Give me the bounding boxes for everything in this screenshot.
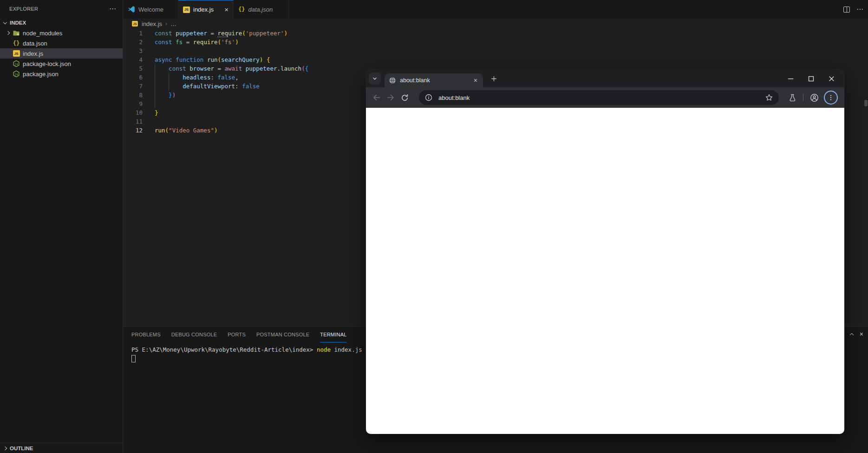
split-editor-icon[interactable]	[843, 7, 850, 13]
line-text	[143, 99, 155, 108]
line-text: const puppeteer = require('puppeteer')	[143, 29, 287, 38]
panel-tab-postman-console[interactable]: POSTMAN CONSOLE	[256, 327, 309, 342]
close-tab-icon[interactable]: ×	[472, 77, 479, 84]
forward-button[interactable]	[384, 91, 398, 105]
close-tab-icon[interactable]: ×	[224, 6, 228, 13]
editor-tabs: WelcomeJSindex.js×{}data.json	[123, 0, 289, 19]
minimize-icon	[786, 74, 795, 83]
editor-tabbar: WelcomeJSindex.js×{}data.json ⋯	[123, 0, 868, 19]
line-number: 4	[123, 55, 143, 64]
chevron-down-icon	[3, 20, 7, 24]
star-icon	[765, 93, 773, 102]
minimize-button[interactable]	[780, 72, 801, 85]
bookmark-button[interactable]	[765, 93, 773, 102]
site-info-button[interactable]	[422, 91, 436, 105]
browser-tab-about-blank[interactable]: about:blank ×	[385, 73, 483, 87]
beaker-icon	[788, 93, 797, 102]
new-tab-button[interactable]	[488, 72, 500, 85]
editor-more-icon[interactable]: ⋯	[856, 5, 863, 13]
tab-search-button[interactable]	[369, 72, 381, 85]
line-text	[143, 117, 155, 126]
file-item-package-lock.json[interactable]: jspackage-lock.json	[0, 59, 123, 69]
line-text: headless: false,	[143, 73, 239, 82]
js-icon: JS	[132, 21, 138, 26]
panel-tab-ports[interactable]: PORTS	[228, 327, 246, 342]
file-item-package.json[interactable]: jspackage.json	[0, 69, 123, 79]
line-number: 12	[123, 126, 143, 135]
file-item-node_modules[interactable]: node_modules	[0, 28, 123, 38]
file-item-data.json[interactable]: {}data.json	[0, 38, 123, 48]
file-name: package.json	[23, 71, 59, 78]
tab-title: about:blank	[400, 77, 472, 84]
back-button[interactable]	[370, 91, 384, 105]
experiments-button[interactable]	[785, 91, 799, 105]
line-number: 3	[123, 46, 143, 55]
chrome-menu-button[interactable]	[824, 91, 838, 105]
breadcrumb-file[interactable]: index.js	[142, 20, 162, 27]
breadcrumb-symbols[interactable]: …	[170, 20, 176, 27]
editor-tab-index-js[interactable]: JSindex.js×	[178, 0, 234, 19]
tab-label: data.json	[248, 6, 284, 13]
file-item-index.js[interactable]: JSindex.js	[0, 48, 123, 59]
globe-icon	[389, 77, 396, 84]
maximize-button[interactable]	[801, 72, 821, 85]
close-panel-icon[interactable]: ×	[860, 331, 863, 337]
address-bar[interactable]: about:blank	[419, 90, 779, 105]
json-icon: {}	[13, 40, 20, 46]
line-number: 1	[123, 29, 143, 38]
panel-tab-terminal[interactable]: TERMINAL	[320, 327, 346, 342]
panel-tab-debug-console[interactable]: DEBUG CONSOLE	[171, 327, 217, 342]
file-name: node_modules	[23, 30, 62, 37]
json-icon: {}	[238, 6, 245, 13]
tab-label: Welcome	[138, 6, 173, 13]
line-number: 8	[123, 91, 143, 99]
line-text: })	[143, 91, 176, 99]
code-line-3[interactable]: 3	[123, 46, 859, 55]
line-text: async function run(searchQuery) {	[143, 55, 270, 64]
plus-icon	[490, 75, 497, 82]
chrome-tabstrip: about:blank ×	[366, 70, 844, 87]
js-icon: JS	[183, 7, 190, 13]
svg-text:js: js	[14, 62, 18, 66]
terminal-prompt: PS E:\AZ\Money\Upwork\Rayobyte\Reddit-Ar…	[131, 346, 313, 353]
code-line-1[interactable]: 1const puppeteer = require('puppeteer')	[123, 29, 859, 38]
file-name: data.json	[23, 40, 47, 47]
address-text: about:blank	[438, 94, 765, 101]
three-dot-menu-icon	[827, 94, 835, 101]
editor-scrollbar[interactable]	[864, 100, 868, 106]
reload-button[interactable]	[398, 91, 411, 105]
line-number: 2	[123, 38, 143, 46]
editor-tab-data-json[interactable]: {}data.json	[234, 0, 289, 19]
tab-label: index.js	[193, 6, 221, 13]
chevron-right-icon	[6, 31, 10, 35]
line-number: 9	[123, 99, 143, 108]
chrome-page-content[interactable]	[366, 108, 844, 434]
file-name: index.js	[23, 50, 43, 57]
panel-tabs: PROBLEMSDEBUG CONSOLEPORTSPOSTMAN CONSOL…	[123, 327, 346, 342]
info-icon	[424, 93, 433, 102]
code-line-2[interactable]: 2const fs = require('fs')	[123, 38, 859, 46]
desktop: EXPLORER ⋯ INDEX node_modules{}data.json…	[0, 0, 868, 453]
explorer-more-icon[interactable]: ⋯	[109, 5, 116, 13]
close-window-button[interactable]	[821, 72, 842, 85]
explorer-section-index[interactable]: INDEX	[0, 18, 123, 28]
editor-actions: ⋯	[843, 0, 863, 19]
indent-guide	[155, 64, 155, 108]
chevron-slot	[4, 32, 12, 34]
terminal-command-arg: index.js	[334, 346, 362, 353]
outline-label: OUTLINE	[10, 446, 33, 451]
line-number: 11	[123, 117, 143, 126]
svg-text:js: js	[14, 72, 18, 76]
indent-guide	[169, 73, 169, 91]
outline-section[interactable]: OUTLINE	[0, 443, 123, 453]
section-label: INDEX	[10, 20, 26, 26]
line-text: run("Video Games")	[143, 126, 217, 135]
editor-tab-welcome[interactable]: Welcome	[123, 0, 178, 19]
profile-button[interactable]	[807, 91, 821, 105]
chrome-window: about:blank ×	[366, 70, 844, 434]
breadcrumb: JS index.js › …	[123, 19, 176, 29]
back-arrow-icon	[372, 93, 381, 102]
maximize-panel-icon[interactable]	[850, 333, 854, 336]
code-line-4[interactable]: 4async function run(searchQuery) {	[123, 55, 859, 64]
panel-tab-problems[interactable]: PROBLEMS	[131, 327, 161, 342]
